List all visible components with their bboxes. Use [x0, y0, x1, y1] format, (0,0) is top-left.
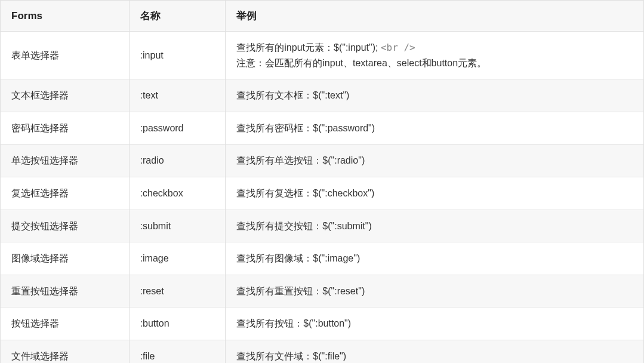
cell-example: 查找所有文件域：$(":file"): [226, 340, 644, 363]
table-row: 图像域选择器 :image 查找所有图像域：$(":image"): [1, 242, 644, 275]
br-tag-code: <br />: [381, 42, 415, 53]
cell-example: 查找所有的input元素：$(":input"); <br /> 注意：会匹配所…: [226, 32, 644, 79]
cell-name: :checkbox: [129, 177, 226, 210]
cell-forms: 按钮选择器: [1, 307, 130, 340]
cell-example: 查找所有图像域：$(":image"): [226, 242, 644, 275]
header-example: 举例: [226, 1, 644, 32]
cell-name: :submit: [129, 210, 226, 242]
cell-example: 查找所有复选框：$(":checkbox"): [226, 177, 644, 210]
table-row: 按钮选择器 :button 查找所有按钮：$(":button"): [1, 307, 644, 340]
table-row: 密码框选择器 :password 查找所有密码框：$(":password"): [1, 112, 644, 144]
cell-name: :radio: [129, 144, 226, 177]
cell-example: 查找所有密码框：$(":password"): [226, 112, 644, 144]
table-row: 重置按钮选择器 :reset 查找所有重置按钮：$(":reset"): [1, 275, 644, 307]
cell-name: :reset: [129, 275, 226, 307]
table-row: 单选按钮选择器 :radio 查找所有单选按钮：$(":radio"): [1, 144, 644, 177]
table-row: 提交按钮选择器 :submit 查找所有提交按钮：$(":submit"): [1, 210, 644, 242]
cell-example: 查找所有文本框：$(":text"): [226, 79, 644, 112]
selectors-table: Forms 名称 举例 表单选择器 :input 查找所有的input元素：$(…: [0, 0, 644, 363]
cell-name: :image: [129, 242, 226, 275]
table-row: 文本框选择器 :text 查找所有文本框：$(":text"): [1, 79, 644, 112]
cell-forms: 文件域选择器: [1, 340, 130, 363]
table-header-row: Forms 名称 举例: [1, 1, 644, 32]
cell-name: :button: [129, 307, 226, 340]
cell-example: 查找所有重置按钮：$(":reset"): [226, 275, 644, 307]
table-row: 文件域选择器 :file 查找所有文件域：$(":file"): [1, 340, 644, 363]
cell-name: :password: [129, 112, 226, 144]
cell-example: 查找所有提交按钮：$(":submit"): [226, 210, 644, 242]
cell-forms: 重置按钮选择器: [1, 275, 130, 307]
example-line-2: 注意：会匹配所有的input、textarea、select和button元素。: [236, 56, 633, 71]
table-body: 表单选择器 :input 查找所有的input元素：$(":input"); <…: [1, 32, 644, 364]
example-text-pre: 查找所有的input元素：$(":input");: [236, 42, 381, 53]
cell-name: :input: [129, 32, 226, 79]
cell-forms: 图像域选择器: [1, 242, 130, 275]
header-forms: Forms: [1, 1, 130, 32]
header-name: 名称: [129, 1, 226, 32]
example-line-1: 查找所有的input元素：$(":input"); <br />: [236, 40, 633, 56]
table-row: 复选框选择器 :checkbox 查找所有复选框：$(":checkbox"): [1, 177, 644, 210]
cell-forms: 密码框选择器: [1, 112, 130, 144]
cell-example: 查找所有单选按钮：$(":radio"): [226, 144, 644, 177]
cell-forms: 单选按钮选择器: [1, 144, 130, 177]
cell-forms: 文本框选择器: [1, 79, 130, 112]
cell-name: :text: [129, 79, 226, 112]
cell-forms: 复选框选择器: [1, 177, 130, 210]
cell-forms: 表单选择器: [1, 32, 130, 79]
cell-name: :file: [129, 340, 226, 363]
table-row: 表单选择器 :input 查找所有的input元素：$(":input"); <…: [1, 32, 644, 79]
cell-example: 查找所有按钮：$(":button"): [226, 307, 644, 340]
cell-forms: 提交按钮选择器: [1, 210, 130, 242]
